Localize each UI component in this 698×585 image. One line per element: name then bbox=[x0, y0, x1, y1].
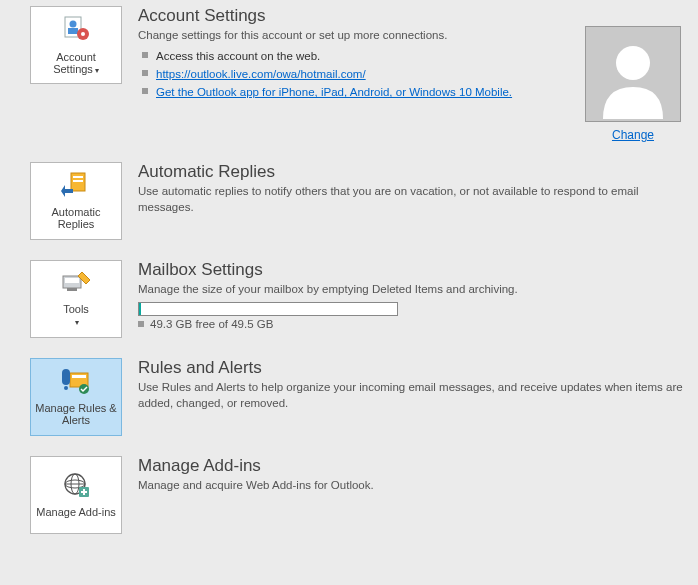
globe-addin-icon bbox=[61, 471, 91, 502]
mobile-app-link[interactable]: Get the Outlook app for iPhone, iPad, An… bbox=[156, 86, 512, 98]
section-desc: Use automatic replies to notify others t… bbox=[138, 184, 688, 215]
manage-rules-tile[interactable]: Manage Rules & Alerts bbox=[30, 358, 122, 436]
account-bullet-text: Access this account on the web. bbox=[142, 47, 568, 65]
svg-point-15 bbox=[64, 386, 68, 390]
section-title: Account Settings bbox=[138, 6, 568, 26]
avatar[interactable] bbox=[585, 26, 681, 122]
automatic-replies-tile[interactable]: Automatic Replies bbox=[30, 162, 122, 240]
manage-addins-tile[interactable]: Manage Add-ins bbox=[30, 456, 122, 534]
svg-point-1 bbox=[70, 21, 77, 28]
section-title: Rules and Alerts bbox=[138, 358, 688, 378]
section-account: Account Settings▾ Account Settings Chang… bbox=[30, 0, 698, 148]
section-title: Automatic Replies bbox=[138, 162, 688, 182]
reply-arrow-icon bbox=[61, 171, 91, 202]
svg-rect-8 bbox=[73, 176, 83, 178]
svg-rect-14 bbox=[72, 375, 86, 378]
tile-label: Account Settings▾ bbox=[31, 51, 121, 76]
mailbox-usage-bar bbox=[138, 302, 398, 316]
account-settings-tile[interactable]: Account Settings▾ bbox=[30, 6, 122, 84]
svg-rect-2 bbox=[68, 28, 78, 34]
section-desc: Use Rules and Alerts to help organize yo… bbox=[138, 380, 688, 411]
mailbox-usage-fill bbox=[139, 303, 141, 315]
section-desc: Manage the size of your mailbox by empty… bbox=[138, 282, 688, 298]
mailbox-usage-text: 49.3 GB free of 49.5 GB bbox=[138, 318, 688, 330]
tile-label: Manage Rules & Alerts bbox=[31, 402, 121, 427]
change-avatar-link[interactable]: Change bbox=[612, 128, 654, 142]
svg-rect-9 bbox=[73, 180, 83, 182]
section-rules: Manage Rules & Alerts Rules and Alerts U… bbox=[30, 352, 698, 442]
tile-label: Automatic Replies bbox=[31, 206, 121, 231]
tools-tile[interactable]: Tools▾ bbox=[30, 260, 122, 338]
tile-label: Manage Add-ins bbox=[33, 506, 119, 519]
tile-label: Tools▾ bbox=[60, 303, 92, 328]
section-desc: Manage and acquire Web Add-ins for Outlo… bbox=[138, 478, 688, 494]
svg-point-4 bbox=[81, 32, 85, 36]
svg-rect-11 bbox=[65, 278, 79, 283]
section-title: Manage Add-ins bbox=[138, 456, 688, 476]
section-replies: Automatic Replies Automatic Replies Use … bbox=[30, 156, 698, 246]
tools-icon bbox=[60, 270, 92, 299]
svg-rect-12 bbox=[67, 288, 77, 291]
rules-alert-icon bbox=[60, 367, 92, 398]
owa-link[interactable]: https://outlook.live.com/owa/hotmail.com… bbox=[156, 68, 366, 80]
section-title: Mailbox Settings bbox=[138, 260, 688, 280]
svg-point-6 bbox=[616, 46, 650, 80]
section-mailbox: Tools▾ Mailbox Settings Manage the size … bbox=[30, 254, 698, 344]
section-desc: Change settings for this account or set … bbox=[138, 28, 568, 44]
section-addins: Manage Add-ins Manage Add-ins Manage and… bbox=[30, 450, 698, 540]
account-gear-icon bbox=[61, 14, 91, 47]
person-icon bbox=[588, 29, 678, 119]
